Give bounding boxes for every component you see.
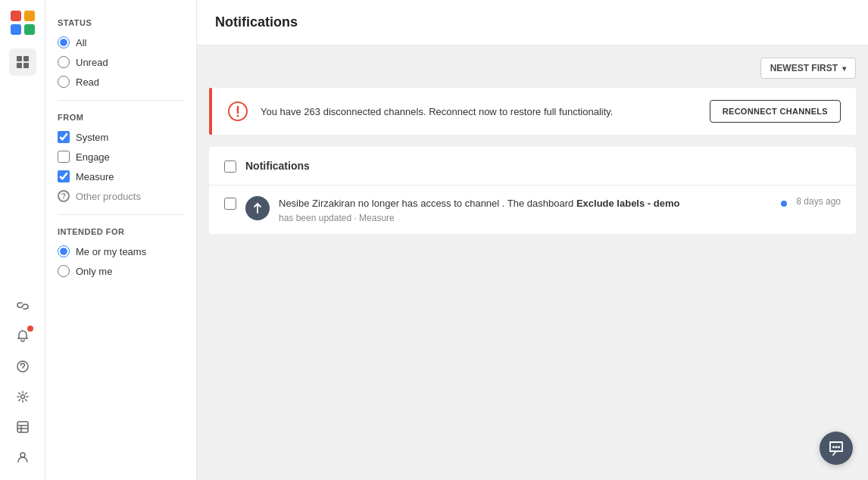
status-all-label: All xyxy=(76,37,86,48)
alert-banner: You have 263 disconnected channels. Reco… xyxy=(209,88,856,135)
settings-nav-icon[interactable] xyxy=(9,383,36,410)
main-content: NEWEST FIRST ▾ You have 263 disconnected… xyxy=(197,45,868,480)
notification-time: 8 days ago xyxy=(796,196,841,207)
sidebar-divider-2 xyxy=(58,214,184,215)
link-nav-icon[interactable] xyxy=(9,292,36,319)
notifications-card: Notifications Nesibe Zirzakiran no longe… xyxy=(209,147,856,234)
reconnect-channels-button[interactable]: RECONNECT CHANNELS xyxy=(710,100,841,123)
sidebar: STATUS All Unread Read FROM System Engag… xyxy=(45,0,197,480)
notification-body: Nesibe Zirzakiran no longer has access t… xyxy=(279,196,772,223)
notifications-card-header: Notifications xyxy=(209,147,856,185)
notification-text-prefix: Nesibe Zirzakiran no longer has access t… xyxy=(279,198,499,209)
intended-me-or-teams-option[interactable]: Me or my teams xyxy=(58,245,184,257)
from-measure-label: Measure xyxy=(76,171,114,182)
grid-nav-icon[interactable] xyxy=(9,48,36,76)
intended-only-me-label: Only me xyxy=(76,266,112,277)
svg-point-18 xyxy=(832,446,835,448)
from-system-option[interactable]: System xyxy=(58,131,184,143)
intended-for-title: INTENDED FOR xyxy=(58,227,184,236)
page-title: Notifications xyxy=(215,14,298,30)
status-read-option[interactable]: Read xyxy=(58,76,184,88)
svg-point-17 xyxy=(237,115,239,117)
bell-nav-icon[interactable] xyxy=(9,323,36,350)
notification-unread-dot xyxy=(781,201,787,207)
notification-dashboard-name: Exclude labels - demo xyxy=(576,198,680,209)
notification-avatar xyxy=(245,196,270,220)
status-all-option[interactable]: All xyxy=(58,36,184,48)
sort-bar: NEWEST FIRST ▾ xyxy=(209,58,856,79)
status-read-label: Read xyxy=(76,76,99,88)
status-section-title: STATUS xyxy=(58,18,184,27)
status-unread-label: Unread xyxy=(76,57,108,68)
table-nav-icon[interactable] xyxy=(9,413,36,441)
sort-chevron-icon: ▾ xyxy=(842,64,846,73)
other-products-option[interactable]: ? Other products xyxy=(58,190,184,202)
other-products-label: Other products xyxy=(76,191,141,202)
profile-nav-icon[interactable] xyxy=(9,444,36,471)
notification-main-text: Nesibe Zirzakiran no longer has access t… xyxy=(279,196,772,211)
alert-warning-icon xyxy=(227,101,248,122)
sort-button[interactable]: NEWEST FIRST ▾ xyxy=(760,58,856,79)
svg-rect-6 xyxy=(17,63,22,68)
notification-checkbox[interactable] xyxy=(224,198,236,210)
sidebar-divider-1 xyxy=(58,100,184,101)
svg-rect-4 xyxy=(17,56,22,61)
from-measure-option[interactable]: Measure xyxy=(58,170,184,182)
notifications-card-title: Notifications xyxy=(245,160,310,172)
svg-rect-0 xyxy=(11,11,21,21)
svg-point-9 xyxy=(20,395,24,399)
svg-point-14 xyxy=(20,453,25,457)
svg-rect-7 xyxy=(23,63,29,68)
notification-row: Nesibe Zirzakiran no longer has access t… xyxy=(209,185,856,234)
help-nav-icon[interactable] xyxy=(9,353,36,380)
chat-bubble-button[interactable] xyxy=(820,432,853,465)
from-engage-label: Engage xyxy=(76,151,110,163)
svg-point-8 xyxy=(17,361,28,372)
intended-only-me-option[interactable]: Only me xyxy=(58,265,184,277)
intended-me-or-teams-label: Me or my teams xyxy=(76,246,146,257)
svg-rect-10 xyxy=(17,422,28,432)
main-header: Notifications xyxy=(197,0,868,45)
from-section-title: FROM xyxy=(58,113,184,122)
alert-text: You have 263 disconnected channels. Reco… xyxy=(261,106,698,117)
svg-rect-1 xyxy=(24,11,35,21)
notification-source: Measure xyxy=(359,213,395,223)
other-products-icon: ? xyxy=(58,190,70,202)
notification-separator: . The dashboard xyxy=(499,198,576,209)
status-unread-option[interactable]: Unread xyxy=(58,56,184,68)
svg-point-20 xyxy=(838,446,840,448)
from-system-label: System xyxy=(76,132,108,143)
bottom-nav-icons xyxy=(9,292,36,471)
main-area: Notifications NEWEST FIRST ▾ You have 26… xyxy=(197,0,868,480)
bell-badge xyxy=(27,326,33,332)
svg-rect-2 xyxy=(11,24,21,35)
svg-rect-5 xyxy=(23,56,29,61)
sort-label: NEWEST FIRST xyxy=(770,63,838,73)
svg-point-19 xyxy=(835,446,838,448)
select-all-checkbox[interactable] xyxy=(224,161,236,173)
notification-sub-text: has been updated · Measure xyxy=(279,213,772,223)
icon-bar xyxy=(0,0,45,480)
svg-rect-3 xyxy=(24,24,35,35)
app-logo[interactable] xyxy=(9,9,36,36)
from-engage-option[interactable]: Engage xyxy=(58,151,184,163)
